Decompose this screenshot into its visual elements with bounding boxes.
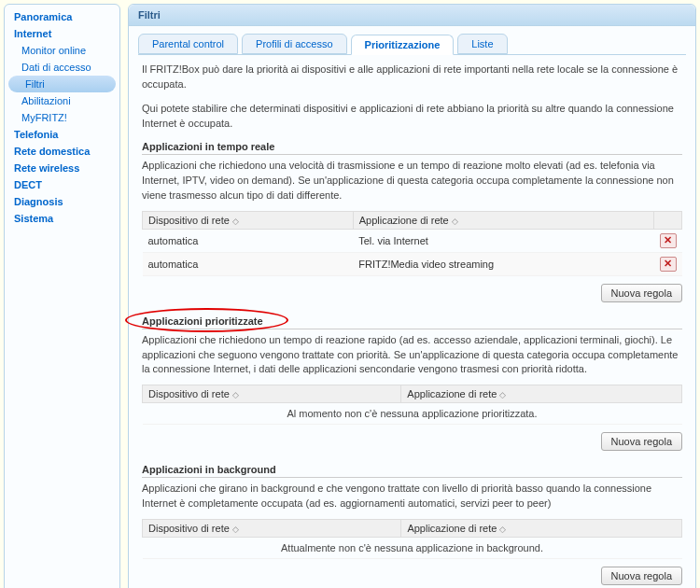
cell-device: automatica (143, 229, 354, 252)
delete-button[interactable]: ✕ (660, 233, 677, 248)
tab[interactable]: Profili di accesso (242, 34, 347, 54)
col-device[interactable]: Dispositivo di rete ◇ (143, 211, 354, 229)
new-rule-button[interactable]: Nuova regola (601, 567, 682, 585)
new-rule-button[interactable]: Nuova regola (601, 432, 682, 451)
col-app[interactable]: Applicazione di rete ◇ (401, 385, 682, 403)
table-row: automaticaTel. via Internet✕ (143, 229, 682, 252)
sort-icon: ◇ (232, 390, 239, 399)
background-table: Dispositivo di rete ◇ Applicazione di re… (142, 519, 682, 559)
sort-icon: ◇ (452, 217, 458, 226)
sidebar-item[interactable]: MyFRITZ! (5, 109, 119, 126)
new-rule-button[interactable]: Nuova regola (601, 284, 682, 302)
section-realtime-desc: Applicazioni che richiedono una velocità… (142, 159, 682, 203)
sidebar-item[interactable]: DECT (5, 176, 119, 193)
sidebar-item[interactable]: Internet (5, 25, 119, 42)
sort-icon: ◇ (499, 525, 506, 534)
col-device[interactable]: Dispositivo di rete ◇ (143, 385, 401, 403)
section-background-desc: Applicazioni che girano in background e … (142, 482, 682, 511)
sidebar-item[interactable]: Abilitazioni (5, 92, 119, 109)
table-row: automaticaFRITZ!Media video streaming✕ (143, 252, 682, 275)
empty-row: Attualmente non c'è nessuna applicazione… (143, 538, 682, 559)
cell-device: automatica (143, 252, 354, 275)
tab[interactable]: Prioritizzazione (351, 35, 455, 55)
sidebar-item[interactable]: Rete domestica (5, 143, 119, 160)
sort-icon: ◇ (499, 390, 506, 399)
tab[interactable]: Liste (457, 34, 507, 54)
realtime-table: Dispositivo di rete ◇ Applicazione di re… (142, 211, 682, 276)
sidebar-item[interactable]: Diagnosis (5, 193, 119, 210)
sort-icon: ◇ (232, 525, 239, 534)
section-background-title: Applicazioni in background (142, 464, 682, 478)
sidebar-item[interactable]: Rete wireless (5, 160, 119, 176)
section-prioritized-title: Applicazioni prioritizzate (142, 315, 682, 329)
cell-app: FRITZ!Media video streaming (353, 252, 653, 275)
sidebar-item[interactable]: Filtri (8, 76, 116, 92)
tab-bar: Parental controlProfili di accessoPriori… (129, 26, 695, 54)
col-app[interactable]: Applicazione di rete ◇ (401, 520, 682, 538)
tab[interactable]: Parental control (138, 34, 238, 54)
section-prioritized-desc: Applicazioni che richiedono un tempo di … (142, 333, 682, 378)
main-panel: Filtri Parental controlProfili di access… (128, 4, 696, 588)
page-title: Filtri (129, 5, 695, 26)
prioritized-table: Dispositivo di rete ◇ Applicazione di re… (142, 385, 682, 425)
sidebar: PanoramicaInternetMonitor onlineDati di … (4, 4, 120, 588)
sort-icon: ◇ (232, 217, 239, 226)
sidebar-item[interactable]: Telefonia (5, 126, 119, 143)
intro-text-1: Il FRITZ!Box può dare la priorità ai dis… (142, 63, 682, 92)
delete-button[interactable]: ✕ (660, 257, 677, 272)
sidebar-item[interactable]: Dati di accesso (5, 59, 119, 76)
col-device[interactable]: Dispositivo di rete ◇ (143, 520, 401, 538)
col-app[interactable]: Applicazione di rete ◇ (353, 211, 653, 229)
sidebar-item[interactable]: Sistema (5, 210, 119, 227)
sidebar-item[interactable]: Monitor online (5, 42, 119, 59)
sidebar-item[interactable]: Panoramica (5, 8, 119, 25)
cell-app: Tel. via Internet (353, 229, 653, 252)
section-realtime-title: Applicazioni in tempo reale (142, 141, 682, 155)
empty-row: Al momento non c'è nessuna applicazione … (143, 403, 682, 425)
intro-text-2: Qui potete stabilire che determinati dis… (142, 102, 682, 132)
